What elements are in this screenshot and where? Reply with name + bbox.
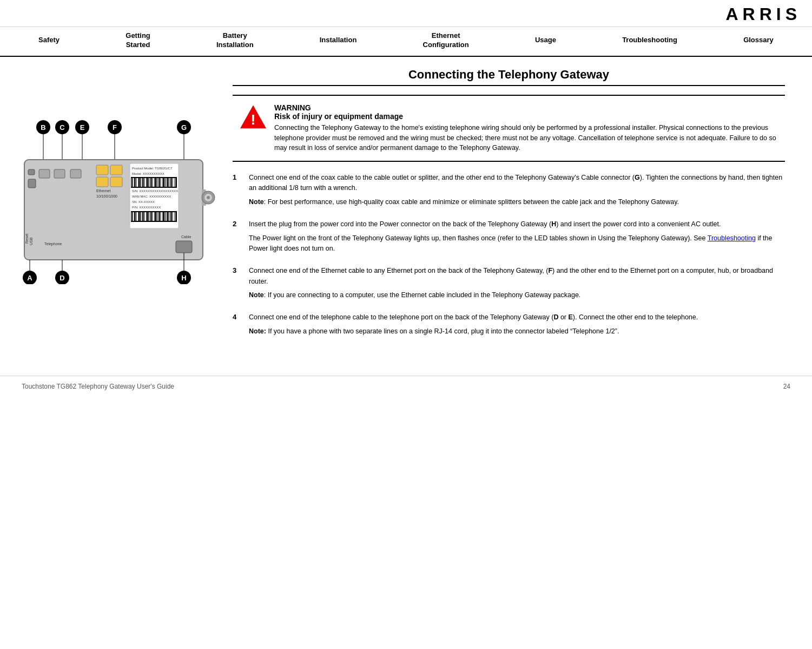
svg-text:Model: XXXXXXXXXX: Model: XXXXXXXXXX [132, 172, 164, 175]
step-4-note: Note: If you have a phone with two separ… [249, 326, 698, 337]
step-1-note: Note: For best performance, use high-qua… [249, 197, 785, 207]
svg-rect-20 [70, 169, 81, 178]
warning-heading: WARNING [274, 103, 311, 112]
warning-icon-wrap: ! [238, 103, 268, 153]
svg-rect-19 [54, 169, 65, 178]
step-3: 3 Connect one end of the Ethernet cable … [233, 266, 785, 304]
svg-text:Ethernet: Ethernet [96, 189, 111, 193]
svg-text:H: H [181, 274, 186, 282]
page-title: Connecting the Telephony Gateway [233, 68, 785, 86]
troubleshooting-link[interactable]: Troubleshooting [708, 234, 756, 242]
svg-text:S/N: XXXXXXXXXXXXXXXXXX: S/N: XXXXXXXXXXXXXXXXXX [132, 189, 178, 193]
step-3-content: Connect one end of the Ethernet cable to… [249, 266, 785, 304]
steps-list: 1 Connect one end of the coax cable to t… [233, 173, 785, 340]
svg-rect-17 [28, 179, 36, 188]
step-4-number: 4 [233, 312, 242, 340]
svg-text:USB: USB [29, 237, 33, 245]
nav-item-ethernet-configuration[interactable]: EthernetConfiguration [417, 27, 476, 56]
svg-text:C: C [60, 123, 65, 132]
nav-item-getting-started[interactable]: GettingStarted [119, 27, 157, 56]
nav-item-installation[interactable]: Installation [313, 27, 364, 56]
header: ARRIS [0, 0, 812, 27]
step-2-content: Insert the plug from the power cord into… [249, 219, 785, 257]
step-1-number: 1 [233, 173, 242, 211]
step-3-main: Connect one end of the Ethernet cable to… [249, 266, 785, 287]
svg-rect-18 [39, 169, 50, 178]
nav-item-battery-installation[interactable]: BatteryInstallation [210, 27, 260, 56]
nav-item-glossary[interactable]: Glossary [737, 27, 780, 56]
svg-text:Telephone: Telephone [44, 242, 62, 246]
svg-text:B: B [41, 123, 45, 132]
step-2-note: The Power light on the front of the Tele… [249, 233, 785, 254]
svg-text:F: F [113, 123, 117, 132]
main-content: B C E F G [0, 57, 812, 359]
svg-rect-16 [28, 169, 35, 175]
step-1: 1 Connect one end of the coax cable to t… [233, 173, 785, 211]
step-2-main: Insert the plug from the power cord into… [249, 219, 785, 230]
svg-rect-24 [110, 177, 122, 187]
nav-item-safety[interactable]: Safety [32, 27, 66, 56]
step-3-note: Note: If you are connecting to a compute… [249, 290, 785, 300]
svg-text:WAN MAC: XXXXXXXXXX: WAN MAC: XXXXXXXXXX [132, 195, 171, 198]
svg-text:Cable: Cable [181, 235, 191, 239]
step-2-number: 2 [233, 219, 242, 257]
step-3-number: 3 [233, 266, 242, 304]
content-area: Connecting the Telephony Gateway ! WARNI… [216, 57, 801, 359]
svg-text:A: A [27, 274, 32, 282]
svg-text:SN: XX-XXXXX: SN: XX-XXXXX [132, 200, 155, 204]
svg-rect-23 [96, 177, 108, 187]
navigation: Safety GettingStarted BatteryInstallatio… [0, 27, 812, 57]
svg-text:D: D [60, 274, 64, 282]
nav-item-usage[interactable]: Usage [529, 27, 563, 56]
warning-body: Connecting the Telephony Gateway to the … [274, 123, 780, 153]
device-svg: B C E F G [16, 111, 216, 284]
step-4: 4 Connect one end of the telephone cable… [233, 312, 785, 340]
step-1-content: Connect one end of the coax cable to the… [249, 173, 785, 211]
svg-text:Reset: Reset [25, 233, 29, 243]
svg-rect-22 [110, 165, 122, 175]
svg-text:P/N: XXXXXXXXXX: P/N: XXXXXXXXXX [132, 206, 161, 209]
warning-text: WARNING Risk of injury or equipment dama… [274, 103, 780, 153]
svg-rect-21 [96, 165, 108, 175]
footer-left: Touchstone TG862 Telephony Gateway User'… [22, 383, 174, 390]
arris-logo: ARRIS [725, 4, 801, 24]
diagram-area: B C E F G [11, 57, 216, 359]
warning-box: ! WARNING Risk of injury or equipment da… [233, 95, 785, 162]
svg-text:G: G [181, 123, 187, 132]
step-4-content: Connect one end of the telephone cable t… [249, 312, 698, 340]
svg-rect-84 [176, 241, 192, 253]
svg-point-83 [207, 196, 210, 199]
footer-right: 24 [783, 383, 790, 390]
device-diagram: B C E F G [16, 111, 211, 286]
step-1-main: Connect one end of the coax cable to the… [249, 173, 785, 194]
svg-text:Product Model: TG862G/CT: Product Model: TG862G/CT [132, 167, 173, 170]
svg-text:!: ! [250, 112, 255, 128]
nav-item-troubleshooting[interactable]: Troubleshooting [616, 27, 684, 56]
svg-text:10/100/1000: 10/100/1000 [96, 194, 117, 198]
warning-subheading: Risk of injury or equipment damage [274, 112, 403, 121]
step-4-main: Connect one end of the telephone cable t… [249, 312, 698, 323]
warning-triangle-icon: ! [240, 103, 267, 130]
svg-text:E: E [80, 123, 85, 132]
footer: Touchstone TG862 Telephony Gateway User'… [0, 376, 812, 397]
step-2: 2 Insert the plug from the power cord in… [233, 219, 785, 257]
